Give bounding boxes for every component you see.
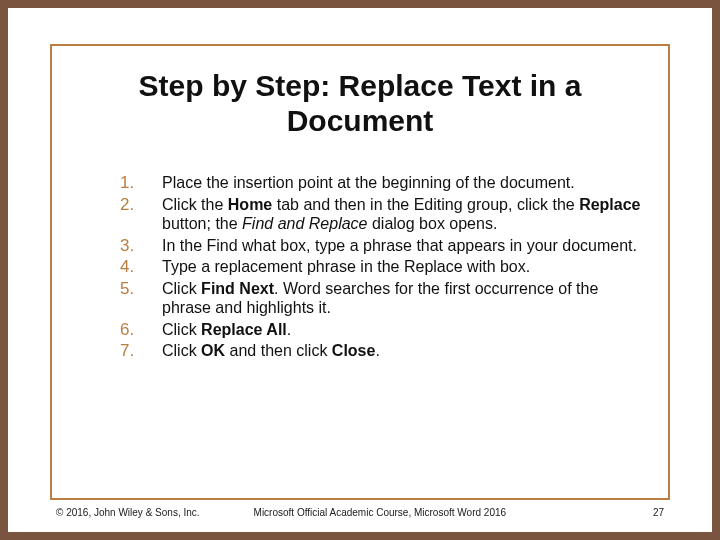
step-text: Click Find Next. Word searches for the f… (162, 280, 598, 317)
steps-list-container: Place the insertion point at the beginni… (120, 173, 642, 363)
list-item: Click Replace All. (120, 320, 642, 340)
list-item: Type a replacement phrase in the Replace… (120, 257, 642, 277)
list-item: Click Find Next. Word searches for the f… (120, 279, 642, 318)
list-item: In the Find what box, type a phrase that… (120, 236, 642, 256)
step-text: Click OK and then click Close. (162, 342, 380, 359)
footer-page-number: 27 (653, 507, 664, 518)
slide-footer: © 2016, John Wiley & Sons, Inc. Microsof… (56, 507, 664, 518)
step-text: Place the insertion point at the beginni… (162, 174, 575, 191)
footer-copyright: © 2016, John Wiley & Sons, Inc. (56, 507, 200, 518)
slide: Step by Step: Replace Text in a Document… (8, 8, 712, 532)
step-text: Click Replace All. (162, 321, 291, 338)
step-text: Click the Home tab and then in the Editi… (162, 196, 641, 233)
steps-list: Place the insertion point at the beginni… (120, 173, 642, 361)
slide-title: Step by Step: Replace Text in a Document (68, 68, 652, 139)
list-item: Click OK and then click Close. (120, 341, 642, 361)
step-text: In the Find what box, type a phrase that… (162, 237, 637, 254)
step-text: Type a replacement phrase in the Replace… (162, 258, 530, 275)
footer-course: Microsoft Official Academic Course, Micr… (200, 507, 653, 518)
list-item: Place the insertion point at the beginni… (120, 173, 642, 193)
list-item: Click the Home tab and then in the Editi… (120, 195, 642, 234)
